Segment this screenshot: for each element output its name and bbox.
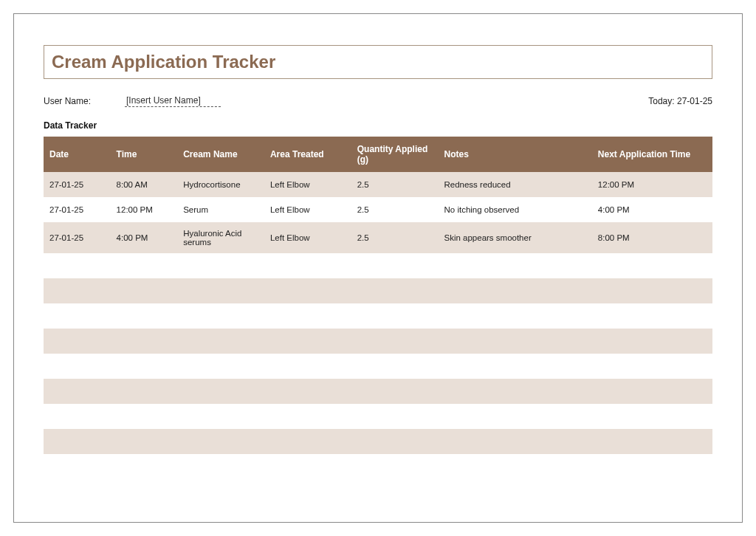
- cell-qty[interactable]: [351, 329, 439, 354]
- cell-next[interactable]: [592, 278, 712, 303]
- cell-date[interactable]: 27-01-25: [44, 197, 111, 222]
- cell-time[interactable]: [111, 354, 178, 379]
- cell-cream[interactable]: [177, 303, 264, 329]
- cell-time[interactable]: [111, 278, 178, 303]
- cell-next[interactable]: [592, 329, 712, 354]
- cell-date[interactable]: 27-01-25: [44, 222, 111, 253]
- table-row: [44, 404, 712, 429]
- cell-time[interactable]: 8:00 AM: [111, 172, 178, 197]
- cell-notes[interactable]: [438, 429, 591, 454]
- cell-next[interactable]: 4:00 PM: [592, 197, 712, 222]
- cell-time[interactable]: 4:00 PM: [111, 222, 178, 253]
- cell-qty[interactable]: [351, 253, 439, 278]
- cell-area[interactable]: [264, 429, 351, 454]
- col-header-cream: Cream Name: [177, 137, 264, 172]
- cell-time[interactable]: [111, 303, 178, 329]
- cell-date[interactable]: [44, 278, 111, 303]
- cell-next[interactable]: [592, 454, 712, 479]
- document-frame: Cream Application Tracker User Name: [In…: [13, 13, 743, 523]
- cell-cream[interactable]: [177, 354, 264, 379]
- cell-qty[interactable]: 2.5: [351, 197, 439, 222]
- cell-next[interactable]: [592, 253, 712, 278]
- table-row: [44, 454, 712, 479]
- cell-next[interactable]: [592, 379, 712, 404]
- cell-qty[interactable]: 2.5: [351, 172, 439, 197]
- cell-notes[interactable]: [438, 329, 591, 354]
- cell-notes[interactable]: [438, 379, 591, 404]
- cell-date[interactable]: [44, 379, 111, 404]
- tracker-tbody: 27-01-258:00 AMHydrocortisoneLeft Elbow2…: [44, 172, 712, 479]
- col-header-next: Next Application Time: [592, 137, 712, 172]
- cell-time[interactable]: [111, 429, 178, 454]
- cell-area[interactable]: [264, 253, 351, 278]
- cell-cream[interactable]: Serum: [177, 197, 264, 222]
- cell-time[interactable]: [111, 379, 178, 404]
- cell-time[interactable]: [111, 454, 178, 479]
- cell-date[interactable]: [44, 354, 111, 379]
- cell-qty[interactable]: [351, 303, 439, 329]
- cell-cream[interactable]: [177, 379, 264, 404]
- cell-date[interactable]: [44, 329, 111, 354]
- cell-next[interactable]: 8:00 PM: [592, 222, 712, 253]
- today-value: 27-01-25: [677, 96, 712, 106]
- cell-qty[interactable]: [351, 354, 439, 379]
- cell-qty[interactable]: [351, 379, 439, 404]
- cell-notes[interactable]: [438, 278, 591, 303]
- cell-area[interactable]: Left Elbow: [264, 197, 351, 222]
- meta-row: User Name: [Insert User Name] Today: 27-…: [44, 95, 712, 107]
- cell-time[interactable]: [111, 329, 178, 354]
- cell-qty[interactable]: [351, 429, 439, 454]
- cell-date[interactable]: 27-01-25: [44, 172, 111, 197]
- cell-time[interactable]: [111, 404, 178, 429]
- cell-notes[interactable]: [438, 354, 591, 379]
- cell-qty[interactable]: [351, 454, 439, 479]
- cell-cream[interactable]: [177, 278, 264, 303]
- cell-notes[interactable]: [438, 454, 591, 479]
- cell-time[interactable]: 12:00 PM: [111, 197, 178, 222]
- cell-next[interactable]: [592, 303, 712, 329]
- title-box: Cream Application Tracker: [44, 45, 712, 79]
- cell-next[interactable]: [592, 429, 712, 454]
- cell-area[interactable]: [264, 404, 351, 429]
- cell-notes[interactable]: [438, 253, 591, 278]
- cell-area[interactable]: [264, 303, 351, 329]
- cell-next[interactable]: [592, 404, 712, 429]
- col-header-qty: Quantity Applied (g): [351, 137, 439, 172]
- section-label: Data Tracker: [44, 120, 712, 131]
- cell-time[interactable]: [111, 253, 178, 278]
- cell-qty[interactable]: [351, 278, 439, 303]
- cell-area[interactable]: [264, 454, 351, 479]
- cell-notes[interactable]: [438, 404, 591, 429]
- cell-next[interactable]: 12:00 PM: [592, 172, 712, 197]
- cell-date[interactable]: [44, 429, 111, 454]
- cell-cream[interactable]: [177, 404, 264, 429]
- cell-notes[interactable]: [438, 303, 591, 329]
- cell-area[interactable]: Left Elbow: [264, 172, 351, 197]
- cell-next[interactable]: [592, 354, 712, 379]
- cell-cream[interactable]: Hyaluronic Acid serums: [177, 222, 264, 253]
- cell-area[interactable]: [264, 278, 351, 303]
- cell-cream[interactable]: [177, 429, 264, 454]
- cell-date[interactable]: [44, 404, 111, 429]
- cell-qty[interactable]: [351, 404, 439, 429]
- username-label: User Name:: [44, 96, 91, 106]
- cell-date[interactable]: [44, 454, 111, 479]
- cell-notes[interactable]: Skin appears smoother: [438, 222, 591, 253]
- cell-date[interactable]: [44, 253, 111, 278]
- cell-area[interactable]: Left Elbow: [264, 222, 351, 253]
- cell-cream[interactable]: [177, 253, 264, 278]
- cell-date[interactable]: [44, 303, 111, 329]
- cell-area[interactable]: [264, 379, 351, 404]
- cell-notes[interactable]: No itching observed: [438, 197, 591, 222]
- cell-area[interactable]: [264, 329, 351, 354]
- table-row: 27-01-258:00 AMHydrocortisoneLeft Elbow2…: [44, 172, 712, 197]
- cell-cream[interactable]: [177, 329, 264, 354]
- cell-qty[interactable]: 2.5: [351, 222, 439, 253]
- table-row: [44, 329, 712, 354]
- cell-cream[interactable]: Hydrocortisone: [177, 172, 264, 197]
- col-header-time: Time: [111, 137, 178, 172]
- cell-notes[interactable]: Redness reduced: [438, 172, 591, 197]
- cell-cream[interactable]: [177, 454, 264, 479]
- username-field[interactable]: [Insert User Name]: [125, 95, 221, 107]
- cell-area[interactable]: [264, 354, 351, 379]
